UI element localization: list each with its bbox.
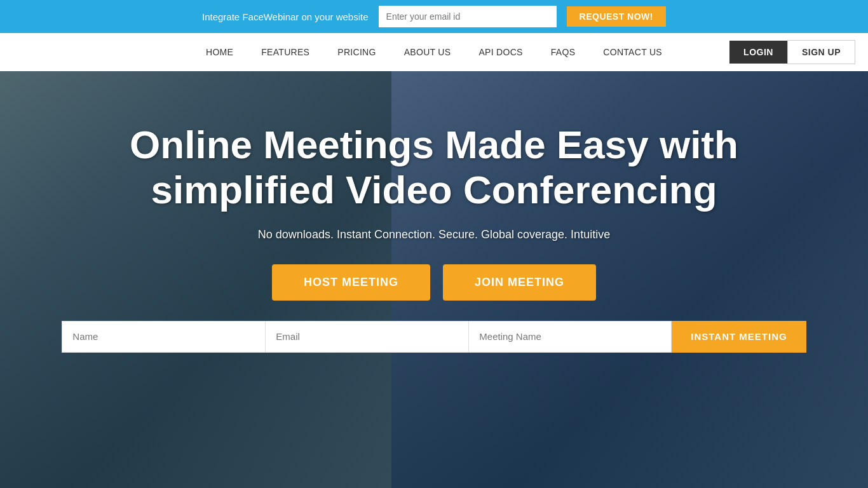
request-now-button[interactable]: REQUEST NOW! <box>567 6 666 27</box>
nav-faqs[interactable]: FAQS <box>537 33 590 71</box>
login-button[interactable]: LOGIN <box>729 41 787 64</box>
nav-features[interactable]: FEATURES <box>247 33 323 71</box>
nav-pricing[interactable]: PRICING <box>323 33 390 71</box>
hero-title: Online Meetings Made Easy with simplifie… <box>51 122 817 213</box>
nav-home[interactable]: HOME <box>192 33 247 71</box>
nav-auth: LOGIN SIGN UP <box>729 40 855 64</box>
hero-form: INSTANT MEETING <box>51 321 817 353</box>
navbar: HOME FEATURES PRICING ABOUT US API DOCS … <box>0 33 868 71</box>
meeting-name-field[interactable] <box>468 321 672 353</box>
hero-subtitle: No downloads. Instant Connection. Secure… <box>51 228 817 241</box>
email-input[interactable] <box>379 6 557 27</box>
nav-about[interactable]: ABOUT US <box>390 33 465 71</box>
hero-section: Online Meetings Made Easy with simplifie… <box>0 71 868 488</box>
name-field[interactable] <box>62 321 265 353</box>
top-bar: Integrate FaceWebinar on your website RE… <box>0 0 868 33</box>
instant-meeting-button[interactable]: INSTANT MEETING <box>672 321 806 353</box>
join-meeting-button[interactable]: JOIN MEETING <box>443 264 596 301</box>
nav-contact[interactable]: CONTACT US <box>589 33 676 71</box>
nav-api-docs[interactable]: API DOCS <box>465 33 536 71</box>
email-field[interactable] <box>265 321 468 353</box>
hero-content: Online Meetings Made Easy with simplifie… <box>0 122 868 353</box>
host-meeting-button[interactable]: HOST MEETING <box>272 264 430 301</box>
signup-button[interactable]: SIGN UP <box>787 40 855 64</box>
hero-buttons: HOST MEETING JOIN MEETING <box>51 264 817 301</box>
integrate-text: Integrate FaceWebinar on your website <box>202 11 369 22</box>
